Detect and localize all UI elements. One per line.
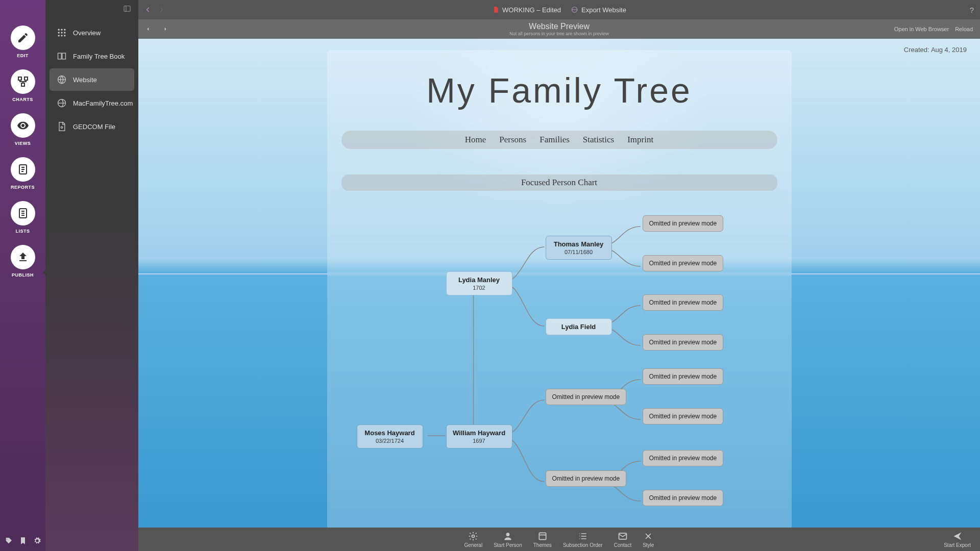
bb-style[interactable]: Style xyxy=(643,531,654,548)
omitted-text: Omitted in preview mode xyxy=(552,475,620,482)
omitted-text: Omitted in preview mode xyxy=(649,220,717,227)
nav-families[interactable]: Families xyxy=(540,135,570,145)
rail-lists[interactable]: LISTS xyxy=(11,201,35,234)
rail-charts[interactable]: CHARTS xyxy=(11,69,35,102)
globe-small-icon xyxy=(571,6,578,13)
nav-home[interactable]: Home xyxy=(465,135,486,145)
bb-label: Contact xyxy=(614,542,631,548)
reload-button[interactable]: Reload xyxy=(955,26,973,32)
section-title: Focused Person Chart xyxy=(341,174,777,191)
nav-statistics[interactable]: Statistics xyxy=(583,135,614,145)
rail-publish[interactable]: PUBLISH xyxy=(11,245,35,278)
omitted-node[interactable]: Omitted in preview mode xyxy=(546,470,627,487)
bb-label: Style xyxy=(643,542,654,548)
titlebar-center: WORKING – Edited Export Website xyxy=(492,6,626,14)
gear-icon[interactable] xyxy=(33,537,41,545)
preview-back-icon[interactable] xyxy=(145,27,151,32)
svg-point-13 xyxy=(64,35,65,36)
person-name: Moses Hayward xyxy=(363,429,416,437)
rail-bottom-icons xyxy=(5,537,41,545)
omitted-text: Omitted in preview mode xyxy=(649,260,717,267)
svg-rect-2 xyxy=(21,83,24,86)
bottombar: General Start Person Themes Subsection O… xyxy=(138,528,980,551)
person-node[interactable]: Lydia Manley 1702 xyxy=(446,271,512,295)
bb-contact[interactable]: Contact xyxy=(614,531,631,548)
omitted-node[interactable]: Omitted in preview mode xyxy=(643,408,724,424)
omitted-text: Omitted in preview mode xyxy=(649,413,717,420)
share-icon xyxy=(952,531,963,541)
svg-rect-0 xyxy=(18,77,21,80)
person-name: Lydia Field xyxy=(552,323,605,331)
person-icon xyxy=(503,531,513,541)
open-browser-button[interactable]: Open in Web Browser xyxy=(894,26,949,32)
bb-general[interactable]: General xyxy=(464,531,483,548)
sidebar-item-label: GEDCOM File xyxy=(73,123,115,131)
preview-area: Created: Aug 4, 2019 My Family Tree Home… xyxy=(138,39,980,528)
omitted-node[interactable]: Omitted in preview mode xyxy=(643,490,724,506)
export-website-button[interactable]: Export Website xyxy=(571,6,626,14)
person-node[interactable]: Thomas Manley 07/11/1680 xyxy=(546,236,612,260)
rail-nav: EDIT CHARTS VIEWS REPORTS LISTS PUBLISH xyxy=(0,0,45,551)
rail-views[interactable]: VIEWS xyxy=(11,113,35,146)
person-node[interactable]: Moses Hayward 03/22/1724 xyxy=(357,424,423,448)
chart-icon xyxy=(11,69,35,94)
svg-point-9 xyxy=(61,32,62,33)
forward-icon[interactable] xyxy=(158,6,165,13)
created-date: Created: Aug 4, 2019 xyxy=(904,46,967,54)
sidebar-item-overview[interactable]: Overview xyxy=(50,21,134,44)
nav-imprint[interactable]: Imprint xyxy=(627,135,653,145)
book-icon xyxy=(57,51,67,61)
document-icon xyxy=(11,157,35,182)
family-chart: Moses Hayward 03/22/1724 Lydia Manley 17… xyxy=(372,211,777,517)
person-name: Thomas Manley xyxy=(552,240,605,248)
tag-icon[interactable] xyxy=(5,537,13,545)
export-label: Export Website xyxy=(581,6,626,14)
person-node[interactable]: William Hayward 1697 xyxy=(446,424,512,448)
person-date: 1702 xyxy=(453,285,506,291)
svg-point-11 xyxy=(58,35,60,36)
subbar-right: Open in Web Browser Reload xyxy=(894,26,973,32)
bb-subsection-order[interactable]: Subsection Order xyxy=(563,531,603,548)
back-icon[interactable] xyxy=(144,6,152,13)
bb-start-person[interactable]: Start Person xyxy=(494,531,522,548)
omitted-node[interactable]: Omitted in preview mode xyxy=(643,450,724,466)
subbar: Website Preview Not all persons in your … xyxy=(138,19,980,39)
rail-edit[interactable]: EDIT xyxy=(11,26,35,58)
rail-label: REPORTS xyxy=(11,185,35,190)
order-icon xyxy=(578,531,588,541)
omitted-node[interactable]: Omitted in preview mode xyxy=(643,294,724,311)
svg-point-8 xyxy=(58,32,60,33)
bb-label: General xyxy=(464,542,483,548)
omitted-node[interactable]: Omitted in preview mode xyxy=(643,215,724,232)
rail-reports[interactable]: REPORTS xyxy=(11,157,35,190)
sidebar-item-mft[interactable]: MacFamilyTree.com xyxy=(50,92,134,114)
omitted-text: Omitted in preview mode xyxy=(649,455,717,462)
subbar-subtitle: Not all persons in your tree are shown i… xyxy=(509,31,609,36)
sidebar-item-label: Website xyxy=(73,76,97,84)
omitted-node[interactable]: Omitted in preview mode xyxy=(546,389,627,405)
bookmark-icon[interactable] xyxy=(19,537,27,545)
sidebar-item-book[interactable]: Family Tree Book xyxy=(50,45,134,67)
person-name: Lydia Manley xyxy=(453,276,506,284)
svg-point-6 xyxy=(61,29,62,31)
main-area: WORKING – Edited Export Website ? Websit… xyxy=(138,0,980,551)
bb-themes[interactable]: Themes xyxy=(533,531,552,548)
mail-icon xyxy=(618,531,628,541)
person-date: 07/11/1680 xyxy=(552,249,605,255)
omitted-node[interactable]: Omitted in preview mode xyxy=(643,255,724,271)
nav-persons[interactable]: Persons xyxy=(499,135,526,145)
created-label: Created: xyxy=(904,46,929,54)
document-title[interactable]: WORKING – Edited xyxy=(492,6,561,14)
bb-label: Start Person xyxy=(494,542,522,548)
help-button[interactable]: ? xyxy=(970,6,974,14)
rail-active-caret xyxy=(43,268,47,277)
sidebar-item-website[interactable]: Website xyxy=(50,68,134,91)
preview-forward-icon[interactable] xyxy=(163,27,168,32)
omitted-node[interactable]: Omitted in preview mode xyxy=(643,368,724,385)
subbar-title: Website Preview xyxy=(509,22,609,31)
sidebar-toggle-icon[interactable] xyxy=(123,5,131,15)
sidebar-item-gedcom[interactable]: GEDCOM File xyxy=(50,115,134,138)
person-node[interactable]: Lydia Field xyxy=(546,318,612,335)
omitted-node[interactable]: Omitted in preview mode xyxy=(643,334,724,350)
bb-start-export[interactable]: Start Export xyxy=(944,531,971,548)
